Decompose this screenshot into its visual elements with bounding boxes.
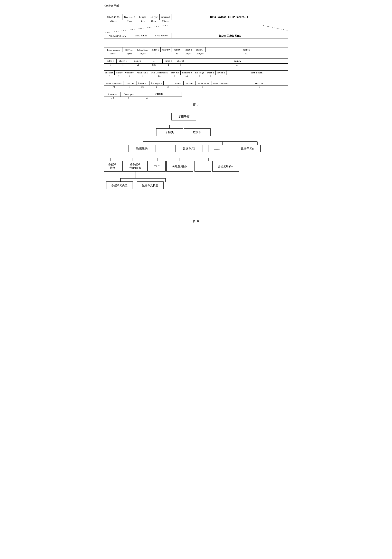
- cell-charn1: char:n1: [194, 47, 205, 52]
- cell-name1: name 1: [205, 47, 288, 52]
- row7-labels: m l 2 4: [104, 97, 288, 99]
- cell-index0: Index 0: [150, 47, 160, 52]
- row4-labels: 1 1 n2 C3B 1 1 nk: [104, 64, 288, 67]
- cell-payload: Data Payload（RTP Packet…）: [172, 14, 288, 20]
- cell-charm1: char: m1: [124, 81, 136, 85]
- cell-crc32: CRC32: [137, 92, 182, 97]
- cell-pathlen-p1: Path Len :P1: [227, 71, 288, 75]
- cell-filenum: File Num: [104, 71, 115, 75]
- cell-pathlen-pl: Path Len :P l: [196, 81, 211, 85]
- cell-pathlen-p0: Path Len :P0: [135, 71, 150, 75]
- svg-text:数据单元长度: 数据单元长度: [142, 184, 158, 187]
- svg-text:数据段: 数据段: [193, 131, 201, 134]
- svg-text:分组复用帧1: 分组复用帧1: [172, 165, 187, 168]
- svg-text:各数据单: 各数据单: [130, 163, 141, 166]
- packet-row-6: Path Combination char: m1 filename 1 fil…: [104, 81, 288, 85]
- row3-labels: 1Bytes 1Bytes 1Bytes 1 1 n0 1Bytes 10 By…: [104, 52, 288, 55]
- cell-vpx: V.P.X.M.PT.SeqN.: [104, 33, 131, 38]
- cell-filelength1: file length 1: [150, 81, 164, 85]
- svg-line-1: [104, 25, 172, 33]
- packet-row-7: filename l file length l CRC32: [104, 92, 182, 97]
- cell-filename0: filename 0: [181, 71, 194, 75]
- cell-sync-source: Sync Source: [151, 33, 172, 38]
- svg-text:元数: 元数: [110, 166, 115, 169]
- cell-index0-r5: Index 0: [115, 71, 124, 75]
- cell-indexl: Index l: [173, 81, 184, 85]
- svg-text:数据单元类型: 数据单元类型: [112, 184, 127, 187]
- cell-folder-num: Folder Num: [135, 47, 150, 52]
- cell-charn0: char:n0: [160, 47, 172, 52]
- cell-index-version: Index Version: [104, 47, 123, 52]
- cell-dots1: ...: [146, 59, 163, 63]
- cell-name2: name 2: [130, 59, 146, 63]
- cell-reserved: reserved: [160, 14, 172, 20]
- cell-charnk: char:nk: [175, 59, 187, 63]
- cell-dots2: ...: [164, 81, 173, 85]
- cell-sync: E3 4D 4D E3: [104, 14, 123, 20]
- cell-namek: name k: [187, 59, 288, 63]
- cell-versionl: version l: [184, 81, 196, 85]
- cell-filenamel: filename l: [104, 92, 121, 97]
- svg-text:分组复用帧m: 分组复用帧m: [218, 165, 233, 168]
- svg-text:CRC: CRC: [154, 165, 159, 168]
- cell-indexk: Index k: [163, 59, 175, 63]
- cell-timestamp: Time Stamp: [131, 33, 151, 38]
- svg-text:数据单元1: 数据单元1: [182, 147, 195, 150]
- cell-pathcombl: Path Combination: [211, 81, 231, 85]
- svg-text:元1的参数: 元1的参数: [129, 166, 141, 169]
- svg-text:数据单: 数据单: [108, 163, 116, 166]
- cell-pathcomb1: Path Combination: [104, 81, 124, 85]
- svg-line-2: [259, 25, 288, 33]
- cell-filelength-l: file length l: [121, 92, 137, 97]
- cell-index1-r5: Index 1: [206, 71, 215, 75]
- svg-text:复用子帧: 复用子帧: [178, 115, 190, 118]
- fig8-section: 复用子帧 子帧头 数据段 数据段头 数据单元1 ……: [104, 111, 288, 223]
- packet-row-2: V.P.X.M.PT.SeqN. Time Stamp Sync Source …: [104, 33, 288, 38]
- packet-row-1: E3 4D 4D E3 Data type=1 Length CA type r…: [104, 14, 288, 20]
- cell-charml: char: m l: [231, 81, 288, 85]
- cell-index-table-unit: Index Table Unit: [172, 33, 288, 38]
- row1-labels: 4Bytes 2bits 14bits 1Byte 2Bytes: [104, 20, 288, 22]
- cell-index1: Index 1: [183, 47, 194, 52]
- packet-row-5: File Num Index 0 version 0 Path Len :P0 …: [104, 70, 288, 75]
- fig7-label: 图 7: [104, 103, 288, 107]
- cell-version1: version 1: [215, 71, 227, 75]
- cell-filename1: filename 1: [136, 81, 150, 85]
- cell-datatype: Data type=1: [123, 14, 137, 20]
- fig8-label: 图 8: [104, 219, 288, 223]
- cell-version0: version 0: [124, 71, 135, 75]
- cell-ec-type: EC Type: [123, 47, 135, 52]
- row6-labels: P1 1 m1 2 2 1 P l 1: [104, 85, 288, 88]
- cell-pathcomb0: Path Combination: [150, 71, 169, 75]
- page-title: 分组复用帧: [104, 4, 288, 8]
- cell-index2: Index 2: [104, 59, 117, 63]
- svg-text:子帧头: 子帧头: [165, 131, 174, 134]
- packet-row-4: Index 2 char:n 2 name 2 ... Index k char…: [104, 58, 288, 64]
- cell-name0: name0: [172, 47, 183, 52]
- svg-text:数据段头: 数据段头: [136, 147, 148, 150]
- cell-filelength0: file length: [194, 71, 206, 75]
- packet-row-3: Index Version EC Type Folder Num Index 0…: [104, 47, 288, 52]
- svg-text:……: ……: [214, 147, 220, 150]
- svg-text:……: ……: [200, 165, 206, 168]
- cell-length: Length: [137, 14, 148, 20]
- cell-charm0: char: m0: [169, 71, 181, 75]
- cell-catype: CA type: [148, 14, 160, 20]
- row5-labels: 2 2 1 1 P0 1 m0 2 2 1 1: [104, 75, 288, 77]
- svg-text:数据单元n: 数据单元n: [241, 147, 253, 150]
- cell-charn2: char:n 2: [117, 59, 130, 63]
